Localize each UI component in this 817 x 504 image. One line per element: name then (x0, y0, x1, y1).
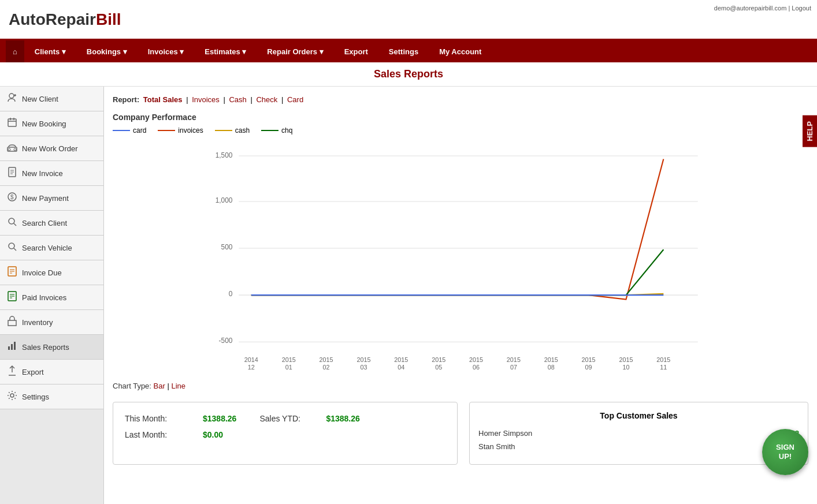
top-customers-box: Top Customer Sales Homer Simpson $57.38 … (469, 402, 808, 465)
sidebar-label: New Payment (22, 194, 69, 203)
sidebar-item-invoice-due[interactable]: Invoice Due (0, 260, 103, 285)
main-layout: New Client New Booking New Work Order Ne… (0, 87, 817, 504)
sidebar-item-export[interactable]: Export (0, 360, 103, 384)
bottom-section: This Month: $1388.26 Sales YTD: $1388.26… (113, 402, 808, 465)
svg-text:0: 0 (229, 290, 233, 298)
this-month-value: $1388.26 (203, 414, 236, 423)
nav-settings[interactable]: Settings (378, 40, 429, 62)
legend-chq: chq (261, 126, 292, 135)
legend-card-label: card (133, 126, 146, 135)
svg-text:02: 02 (323, 364, 330, 371)
content-area: Report: Total Sales | Invoices | Cash | … (104, 87, 817, 504)
report-link-check[interactable]: Check (256, 95, 277, 104)
sidebar-item-search-vehicle[interactable]: Search Vehicle (0, 236, 103, 260)
help-button[interactable]: HELP (803, 115, 817, 147)
customer-row: Homer Simpson $57.38 (478, 429, 799, 438)
sidebar-item-settings[interactable]: Settings (0, 384, 103, 409)
customer-row: Stan Smith $225 (478, 442, 799, 451)
chart-type-bar-link[interactable]: Bar (154, 382, 165, 390)
svg-text:-500: -500 (219, 337, 233, 345)
help-label: HELP (805, 121, 814, 141)
svg-point-9 (14, 148, 16, 151)
report-link-invoices[interactable]: Invoices (192, 95, 220, 104)
sidebar-label: Sales Reports (22, 343, 69, 352)
nav-bar: ⌂ Clients ▾ Bookings ▾ Invoices ▾ Estima… (0, 40, 817, 62)
sidebar-item-search-client[interactable]: Search Client (0, 211, 103, 236)
sidebar-label: New Work Order (22, 144, 78, 153)
legend-cash-label: cash (235, 126, 250, 135)
sidebar-label: Inventory (22, 318, 53, 327)
nav-my-account[interactable]: My Account (429, 40, 492, 62)
svg-text:2015: 2015 (320, 356, 333, 363)
svg-text:03: 03 (360, 364, 367, 371)
last-month-value: $0.00 (203, 430, 223, 439)
nav-invoices[interactable]: Invoices ▾ (138, 40, 195, 62)
svg-rect-29 (8, 346, 10, 350)
sidebar-label: New Client (22, 95, 58, 103)
report-link-card[interactable]: Card (287, 95, 303, 104)
sidebar-label: Settings (22, 393, 49, 401)
nav-estimates[interactable]: Estimates ▾ (194, 40, 257, 62)
svg-point-34 (10, 394, 14, 397)
signup-button[interactable]: SIGN UP! (762, 429, 808, 475)
svg-text:01: 01 (285, 364, 292, 371)
legend-card-line (113, 130, 130, 131)
logout-link[interactable]: Logout (792, 5, 811, 12)
sidebar-item-sales-reports[interactable]: Sales Reports (0, 335, 103, 360)
legend-cash-line (215, 130, 232, 131)
signup-line1: SIGN (776, 443, 794, 452)
chart-legend: card invoices cash chq (113, 126, 808, 135)
sidebar-label: New Invoice (22, 169, 63, 178)
svg-line-17 (14, 223, 16, 226)
report-link-total-sales[interactable]: Total Sales (143, 95, 183, 104)
export-icon (7, 365, 17, 378)
new-client-icon (7, 92, 17, 105)
nav-clients[interactable]: Clients ▾ (24, 40, 76, 62)
svg-text:2015: 2015 (656, 356, 670, 363)
svg-rect-31 (14, 342, 16, 350)
sidebar-item-paid-invoices[interactable]: Paid Invoices (0, 285, 103, 310)
svg-text:07: 07 (510, 364, 517, 371)
svg-point-8 (8, 148, 10, 151)
svg-text:1,000: 1,000 (216, 196, 233, 204)
svg-text:08: 08 (548, 364, 555, 371)
chart-type-line-link[interactable]: Line (171, 382, 185, 390)
report-link-cash[interactable]: Cash (229, 95, 246, 104)
logo: AutoRepairBill (9, 10, 121, 29)
report-label: Report: (113, 95, 139, 104)
sidebar-label: Export (22, 368, 44, 376)
legend-invoices: invoices (158, 126, 203, 135)
new-payment-icon: $ (7, 192, 17, 204)
sales-ytd-label: Sales YTD: (259, 414, 317, 423)
user-info: demo@autorepairbill.com | Logout (714, 5, 811, 12)
nav-repair-orders[interactable]: Repair Orders ▾ (257, 40, 333, 62)
legend-invoices-label: invoices (178, 126, 203, 135)
legend-cash: cash (215, 126, 250, 135)
sidebar-label: Paid Invoices (22, 293, 66, 302)
sidebar-item-new-invoice[interactable]: New Invoice (0, 161, 103, 186)
inventory-icon (7, 316, 17, 328)
last-month-row: Last Month: $0.00 (125, 430, 445, 439)
nav-bookings[interactable]: Bookings ▾ (76, 40, 138, 62)
sidebar-item-inventory[interactable]: Inventory (0, 310, 103, 335)
sidebar-label: New Booking (22, 120, 66, 128)
new-invoice-icon (7, 167, 17, 180)
svg-text:04: 04 (398, 364, 404, 371)
sales-chart: 1,500 1,000 500 0 -500 2014 12 2015 01 2… (113, 140, 808, 371)
this-month-label: This Month: (125, 414, 194, 423)
invoice-due-icon (7, 266, 17, 279)
chart-type-label: Chart Type: (113, 382, 151, 390)
search-vehicle-icon (7, 241, 17, 254)
sidebar-item-new-booking[interactable]: New Booking (0, 111, 103, 136)
sidebar-item-new-work-order[interactable]: New Work Order (0, 136, 103, 161)
sidebar-item-new-client[interactable]: New Client (0, 87, 103, 111)
nav-export[interactable]: Export (334, 40, 378, 62)
svg-text:2015: 2015 (544, 356, 558, 363)
legend-card: card (113, 126, 146, 135)
sidebar-item-new-payment[interactable]: $ New Payment (0, 186, 103, 211)
report-header: Report: Total Sales | Invoices | Cash | … (113, 95, 808, 104)
nav-home-icon[interactable]: ⌂ (6, 40, 24, 62)
svg-text:2015: 2015 (356, 356, 370, 363)
svg-rect-30 (11, 344, 13, 350)
svg-text:12: 12 (248, 364, 255, 371)
